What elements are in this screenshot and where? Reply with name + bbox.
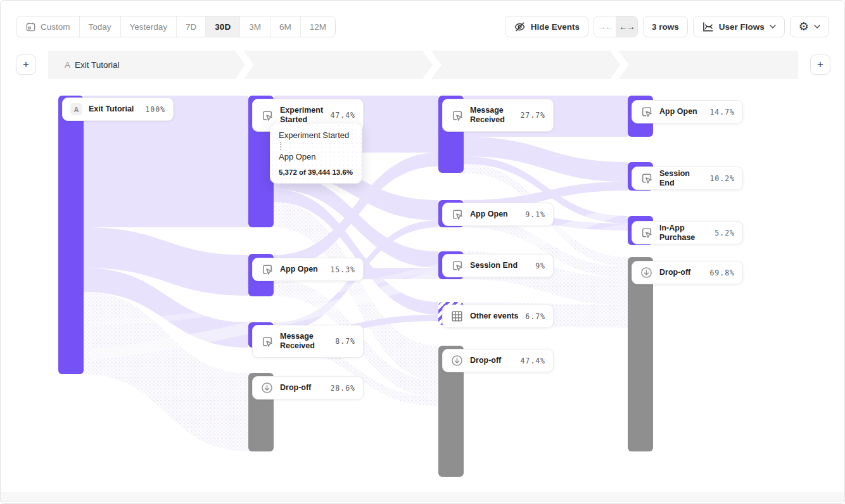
node-card-session-end[interactable]: Session End10.2% [632, 167, 743, 190]
node-card-exit-tutorial[interactable]: AExit Tutorial100% [62, 98, 174, 121]
node-percentage: 27.7% [520, 111, 545, 120]
date-range-12m[interactable]: 12M [301, 16, 335, 37]
node-label: Message Received [470, 106, 514, 125]
node-percentage: 10.2% [709, 174, 735, 183]
width-toggle: →← ←→ [594, 16, 638, 37]
toolbar-right: Hide Events →← ←→ 3 rows User Flows [505, 16, 829, 37]
event-cursor-icon [640, 105, 653, 118]
event-cursor-icon [260, 109, 274, 122]
tooltip-connector [280, 142, 281, 150]
date-range-label: 12M [310, 22, 326, 32]
toolbar: CustomTodayYesterday7D30D3M6M12M Hide Ev… [16, 16, 829, 37]
date-range-label: Today [89, 22, 111, 32]
date-range-today[interactable]: Today [80, 16, 121, 37]
user-flows-app: CustomTodayYesterday7D30D3M6M12M Hide Ev… [0, 0, 845, 504]
node-percentage: 9.1% [525, 210, 545, 219]
node-percentage: 9% [535, 261, 545, 270]
step-title: Exit Tutorial [75, 60, 120, 70]
collapse-width-button[interactable]: →← [594, 16, 616, 37]
date-range-picker: CustomTodayYesterday7D30D3M6M12M [16, 16, 336, 37]
hide-events-button[interactable]: Hide Events [505, 16, 588, 37]
calendar-icon [25, 22, 36, 32]
node-card-drop-off[interactable]: Drop-off28.6% [252, 376, 364, 400]
node-card-message-received[interactable]: Message Received27.7% [442, 99, 554, 132]
expand-width-button[interactable]: ←→ [616, 16, 637, 37]
footer-scrollbar-track[interactable] [1, 493, 844, 502]
step-header: + A Exit Tutorial + [1, 51, 844, 79]
step-letter: A [65, 60, 70, 70]
rows-label: 3 rows [652, 22, 679, 32]
date-range-3m[interactable]: 3M [240, 16, 270, 37]
node-card-in-app-purchase[interactable]: In-App Purchase5.2% [632, 221, 743, 244]
date-range-7d[interactable]: 7D [177, 16, 206, 37]
date-range-label: Yesterday [130, 22, 168, 32]
node-label: App Open [280, 265, 324, 274]
step-a-badge: A [70, 103, 82, 115]
add-step-right-button[interactable]: + [810, 54, 830, 75]
node-card-app-open[interactable]: App Open14.7% [632, 100, 743, 123]
node-percentage: 8.7% [335, 337, 355, 346]
date-range-label: Custom [41, 22, 70, 32]
node-label: Experiment Started [280, 106, 324, 125]
node-percentage: 15.3% [330, 265, 355, 274]
event-cursor-icon [640, 172, 653, 185]
node-label: Drop-off [280, 383, 324, 393]
node-label: Other events [470, 312, 519, 321]
date-range-label: 30D [215, 22, 231, 32]
step-separator-chevron-icon [236, 51, 255, 79]
node-percentage: 5.2% [715, 229, 735, 237]
chart-type-dropdown[interactable]: User Flows [693, 16, 785, 37]
node-card-app-open[interactable]: App Open15.3% [252, 258, 364, 281]
event-cursor-icon [450, 259, 464, 272]
step-separator-chevron-icon [611, 51, 630, 79]
step-label: A Exit Tutorial [65, 51, 120, 79]
node-percentage: 28.6% [330, 384, 355, 393]
node-percentage: 6.7% [525, 312, 545, 321]
date-range-30d[interactable]: 30D [206, 16, 240, 37]
event-cursor-icon [450, 109, 464, 122]
flow-tooltip: Experiment Started App Open 5,372 of 39,… [270, 123, 362, 184]
event-cursor-icon [640, 226, 653, 239]
tooltip-from-event: Experiment Started [279, 130, 353, 140]
node-percentage: 47.4% [520, 356, 545, 365]
node-label: Drop-off [470, 356, 514, 365]
step-separator-chevron-icon [423, 51, 442, 79]
node-bar-exit-tutorial[interactable] [58, 96, 84, 374]
rows-button[interactable]: 3 rows [643, 16, 688, 37]
node-label: In-App Purchase [659, 224, 708, 243]
event-cursor-icon [260, 263, 274, 276]
node-card-message-received[interactable]: Message Received8.7% [252, 325, 364, 358]
eye-off-icon [514, 21, 526, 33]
chevron-down-icon [814, 25, 820, 28]
settings-dropdown[interactable]: ⚙ [790, 16, 829, 37]
node-label: Drop-off [659, 268, 703, 277]
node-percentage: 47.4% [330, 111, 355, 120]
gear-icon: ⚙ [799, 21, 809, 32]
node-bar-drop-off[interactable] [628, 257, 653, 451]
node-label: Session End [659, 169, 703, 188]
date-range-label: 6M [279, 22, 291, 32]
grid-icon [450, 310, 464, 323]
node-card-session-end[interactable]: Session End9% [442, 254, 554, 277]
add-step-left-button[interactable]: + [16, 54, 36, 75]
event-cursor-icon [450, 208, 464, 221]
node-label: App Open [470, 210, 519, 219]
date-range-label: 7D [186, 22, 196, 32]
node-label: Session End [470, 261, 529, 270]
node-card-other-events[interactable]: Other events6.7% [442, 305, 554, 328]
tooltip-stat: 5,372 of 39,444 13.6% [279, 168, 353, 176]
drop-off-icon [640, 266, 653, 279]
flow-chart-icon [702, 22, 714, 32]
node-label: Exit Tutorial [89, 104, 139, 114]
tooltip-to-event: App Open [279, 152, 353, 161]
chart-type-label: User Flows [719, 22, 765, 32]
node-label: Message Received [280, 332, 329, 351]
date-range-6m[interactable]: 6M [270, 16, 301, 37]
date-range-custom[interactable]: Custom [16, 16, 80, 37]
step-band[interactable]: A Exit Tutorial [48, 51, 798, 79]
node-card-drop-off[interactable]: Drop-off69.8% [632, 261, 743, 284]
node-percentage: 100% [145, 105, 165, 114]
node-card-drop-off[interactable]: Drop-off47.4% [442, 349, 554, 372]
date-range-yesterday[interactable]: Yesterday [121, 16, 177, 37]
node-card-app-open[interactable]: App Open9.1% [442, 203, 554, 226]
